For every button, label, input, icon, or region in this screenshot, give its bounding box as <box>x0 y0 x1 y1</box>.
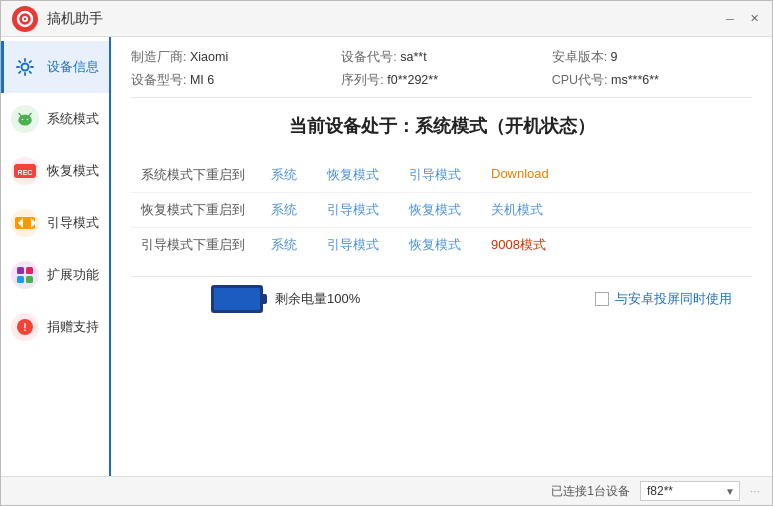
reboot-target-2-3[interactable]: 9008模式 <box>491 236 546 254</box>
device-code-field: 设备代号: sa**t <box>341 49 541 66</box>
device-id-text: f82** <box>647 484 673 498</box>
dropdown-arrow-icon: ▼ <box>725 486 735 497</box>
app-logo <box>11 5 39 33</box>
connected-text: 已连接1台设备 <box>551 483 630 500</box>
window-controls: ─ ✕ <box>722 11 762 27</box>
device-select-area: f82** ▼ <box>640 481 740 501</box>
svg-rect-19 <box>26 276 33 283</box>
app-title: 搞机助手 <box>47 10 722 28</box>
manufacturer-field: 制造厂商: Xiaomi <box>131 49 331 66</box>
reboot-target-1-3[interactable]: 关机模式 <box>491 201 543 219</box>
reboot-target-2-2[interactable]: 恢复模式 <box>409 236 461 254</box>
svg-line-7 <box>19 114 21 116</box>
table-row: 引导模式下重启到系统引导模式恢复模式9008模式 <box>131 228 752 262</box>
svg-text:REC: REC <box>18 169 33 176</box>
bottom-bar: 剩余电量100% 与安卓投屏同时使用 <box>131 276 752 321</box>
status-bar: 已连接1台设备 f82** ▼ ··· <box>1 476 772 505</box>
model-field: 设备型号: MI 6 <box>131 72 331 89</box>
sidebar-label-recovery-mode: 恢复模式 <box>47 162 99 180</box>
battery-area: 剩余电量100% <box>211 285 360 313</box>
svg-point-3 <box>24 17 26 19</box>
reboot-target-0-2[interactable]: 引导模式 <box>409 166 461 184</box>
sidebar-label-donate: 捐赠支持 <box>47 318 99 336</box>
sidebar-item-device-info[interactable]: 设备信息 <box>1 41 109 93</box>
android-version-field: 安卓版本: 9 <box>552 49 752 66</box>
battery-text: 剩余电量100% <box>275 290 360 308</box>
reboot-target-2-1[interactable]: 引导模式 <box>327 236 379 254</box>
titlebar: 搞机助手 ─ ✕ <box>1 1 772 37</box>
status-title: 当前设备处于：系统模式（开机状态） <box>131 114 752 138</box>
row-label: 恢复模式下重启到 <box>141 201 271 219</box>
sidebar: 设备信息 系统模式 <box>1 37 111 476</box>
reboot-targets: 系统恢复模式引导模式Download <box>271 166 549 184</box>
svg-text:!: ! <box>23 322 26 333</box>
reboot-target-1-1[interactable]: 引导模式 <box>327 201 379 219</box>
sidebar-label-device-info: 设备信息 <box>47 58 99 76</box>
minimize-button[interactable]: ─ <box>722 11 738 27</box>
serial-label: 序列号: <box>341 73 387 87</box>
bootloader-icon <box>11 209 39 237</box>
device-info-section: 制造厂商: Xiaomi 设备代号: sa**t 安卓版本: 9 设备型号: M… <box>131 49 752 98</box>
serial-field: 序列号: f0**292** <box>341 72 541 89</box>
reboot-target-0-3[interactable]: Download <box>491 166 549 184</box>
table-row: 系统模式下重启到系统恢复模式引导模式Download <box>131 158 752 193</box>
donate-icon: ! <box>11 313 39 341</box>
svg-point-10 <box>27 119 29 121</box>
content-area: 制造厂商: Xiaomi 设备代号: sa**t 安卓版本: 9 设备型号: M… <box>111 37 772 476</box>
row-label: 系统模式下重启到 <box>141 166 271 184</box>
sidebar-item-bootloader[interactable]: 引导模式 <box>1 197 109 249</box>
rec-icon: REC <box>11 157 39 185</box>
reboot-targets: 系统引导模式恢复模式关机模式 <box>271 201 543 219</box>
manufacturer-label: 制造厂商: <box>131 50 190 64</box>
app-window: 搞机助手 ─ ✕ 设备信息 <box>0 0 773 506</box>
android-label: 安卓版本: <box>552 50 611 64</box>
reboot-targets: 系统引导模式恢复模式9008模式 <box>271 236 546 254</box>
dots-indicator: ··· <box>750 484 760 498</box>
svg-line-8 <box>29 114 31 116</box>
table-row: 恢复模式下重启到系统引导模式恢复模式关机模式 <box>131 193 752 228</box>
reboot-target-1-2[interactable]: 恢复模式 <box>409 201 461 219</box>
svg-point-4 <box>22 64 29 71</box>
model-value: MI 6 <box>190 73 214 87</box>
screen-share-label[interactable]: 与安卓投屏同时使用 <box>615 290 732 308</box>
main-layout: 设备信息 系统模式 <box>1 37 772 476</box>
manufacturer-value: Xiaomi <box>190 50 228 64</box>
sidebar-item-donate[interactable]: ! 捐赠支持 <box>1 301 109 353</box>
screen-share-area: 与安卓投屏同时使用 <box>595 290 732 308</box>
svg-rect-18 <box>17 276 24 283</box>
close-button[interactable]: ✕ <box>746 11 762 27</box>
row-label: 引导模式下重启到 <box>141 236 271 254</box>
sidebar-item-recovery-mode[interactable]: REC 恢复模式 <box>1 145 109 197</box>
sidebar-label-bootloader: 引导模式 <box>47 214 99 232</box>
model-label: 设备型号: <box>131 73 190 87</box>
reboot-table: 系统模式下重启到系统恢复模式引导模式Download恢复模式下重启到系统引导模式… <box>131 158 752 262</box>
reboot-target-1-0[interactable]: 系统 <box>271 201 297 219</box>
cpu-label: CPU代号: <box>552 73 611 87</box>
serial-value: f0**292** <box>387 73 438 87</box>
reboot-target-0-1[interactable]: 恢复模式 <box>327 166 379 184</box>
cpu-field: CPU代号: ms***6** <box>552 72 752 89</box>
android-icon <box>11 105 39 133</box>
sidebar-label-extend: 扩展功能 <box>47 266 99 284</box>
battery-icon <box>211 285 263 313</box>
android-value: 9 <box>611 50 618 64</box>
sidebar-item-system-mode[interactable]: 系统模式 <box>1 93 109 145</box>
extend-icon <box>11 261 39 289</box>
battery-fill <box>214 288 260 310</box>
svg-rect-16 <box>17 267 24 274</box>
device-code-label: 设备代号: <box>341 50 400 64</box>
device-dropdown[interactable]: f82** ▼ <box>640 481 740 501</box>
device-code-value: sa**t <box>400 50 426 64</box>
screen-share-checkbox[interactable] <box>595 292 609 306</box>
svg-rect-6 <box>19 118 32 124</box>
svg-rect-17 <box>26 267 33 274</box>
reboot-target-0-0[interactable]: 系统 <box>271 166 297 184</box>
sidebar-item-extend[interactable]: 扩展功能 <box>1 249 109 301</box>
sidebar-label-system-mode: 系统模式 <box>47 110 99 128</box>
gear-icon <box>11 53 39 81</box>
reboot-target-2-0[interactable]: 系统 <box>271 236 297 254</box>
svg-point-9 <box>22 119 24 121</box>
cpu-value: ms***6** <box>611 73 659 87</box>
